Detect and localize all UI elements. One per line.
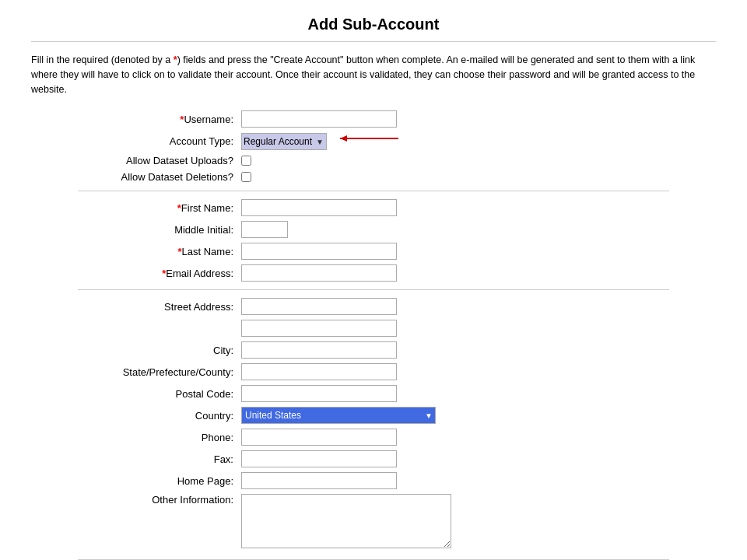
first-name-group: *First Name: [78,199,669,216]
phone-group: Phone: [78,429,669,446]
postal-input[interactable] [241,385,397,402]
street-address-input-2[interactable] [241,320,397,337]
homepage-input[interactable] [241,472,397,489]
allow-deletions-label: Allow Dataset Deletions? [78,171,241,183]
section-divider-1 [78,191,669,191]
middle-initial-label: Middle Initial: [78,224,241,236]
svg-marker-1 [340,135,347,142]
email-group: *Email Address: [78,264,669,282]
title-divider [31,41,716,42]
allow-deletions-checkbox[interactable] [241,172,251,182]
account-type-select[interactable]: Regular Account Admin Account Read-Only … [241,133,327,150]
street-address-group: Street Address: [78,298,669,315]
postal-label: Postal Code: [78,388,241,400]
country-select[interactable]: United States Canada United Kingdom Aust… [241,407,436,424]
username-input[interactable] [241,110,397,128]
middle-initial-group: Middle Initial: [78,221,669,238]
fax-input[interactable] [241,450,397,467]
page-title: Add Sub-Account [31,16,716,33]
first-name-input[interactable] [241,199,397,216]
street-address-2-group [78,320,669,337]
last-name-group: *Last Name: [78,243,669,260]
allow-uploads-label: Allow Dataset Uploads? [78,155,241,166]
arrow-annotation [336,132,406,147]
phone-label: Phone: [78,432,241,443]
state-input[interactable] [241,363,397,380]
postal-group: Postal Code: [78,385,669,402]
first-name-label: *First Name: [78,202,241,214]
account-type-label: Account Type: [78,135,241,147]
arrow-svg [336,132,406,145]
username-group: **Username:Username: [78,110,669,128]
state-label: State/Prefecture/County: [78,366,241,378]
street-address-input-1[interactable] [241,298,397,315]
required-star-note: * [174,54,177,65]
other-info-group: Other Information: [78,494,669,548]
state-group: State/Prefecture/County: [78,363,669,380]
form-section: **Username:Username: Account Type: Regul… [78,110,669,560]
fax-group: Fax: [78,450,669,467]
other-info-textarea[interactable] [241,494,451,548]
allow-uploads-checkbox[interactable] [241,156,251,166]
other-info-label: Other Information: [78,494,241,506]
phone-input[interactable] [241,429,397,446]
allow-uploads-group: Allow Dataset Uploads? [78,155,669,166]
instructions-text: Fill in the required (denoted by a *) fi… [31,53,716,96]
fax-label: Fax: [78,453,241,465]
country-select-wrapper: United States Canada United Kingdom Aust… [241,407,436,424]
street-address-label: Street Address: [78,301,241,313]
city-input[interactable] [241,341,397,359]
email-label: *Email Address: [78,268,241,279]
account-type-group: Account Type: Regular Account Admin Acco… [78,132,669,150]
section-divider-2 [78,289,669,290]
homepage-group: Home Page: [78,472,669,489]
middle-initial-input[interactable] [241,221,288,238]
city-group: City: [78,341,669,359]
last-name-input[interactable] [241,243,397,260]
last-name-label: *Last Name: [78,246,241,257]
allow-deletions-group: Allow Dataset Deletions? [78,171,669,183]
city-label: City: [78,345,241,356]
homepage-label: Home Page: [78,475,241,487]
country-group: Country: United States Canada United Kin… [78,407,669,424]
country-label: Country: [78,410,241,422]
username-label: **Username:Username: [78,114,241,125]
email-input[interactable] [241,264,397,282]
account-type-wrapper: Regular Account Admin Account Read-Only … [241,132,406,150]
